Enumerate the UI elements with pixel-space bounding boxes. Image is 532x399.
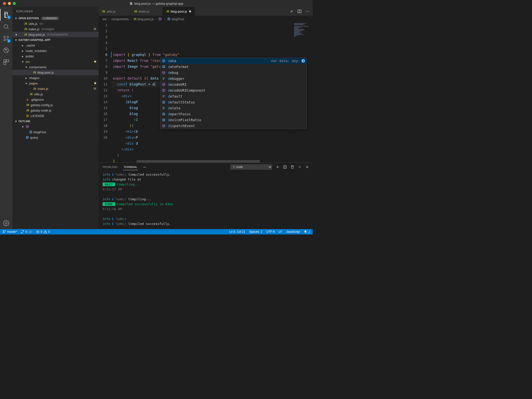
svg-rect-9 — [30, 132, 32, 133]
open-editor-item[interactable]: JS utils.js src — [12, 21, 99, 26]
folder-item[interactable]: ▾components — [12, 64, 99, 70]
file-item[interactable]: JSblog-post.js — [12, 70, 99, 75]
svg-point-0 — [4, 24, 8, 28]
chevron-right-icon: ▸ — [21, 49, 25, 53]
panel-tab-more[interactable]: ••• — [143, 163, 147, 171]
outline-item[interactable]: blogPost — [12, 129, 99, 135]
activity-settings[interactable] — [0, 217, 12, 229]
notifications[interactable]: 1 — [304, 230, 310, 233]
breadcrumb-item[interactable]: JSblog-post.js — [133, 17, 154, 21]
compare-changes-icon[interactable] — [289, 9, 294, 14]
terminal-select[interactable]: 1: node — [230, 164, 272, 170]
open-editor-item[interactable]: ● JS blog-post.js src/components — [12, 32, 99, 37]
problems-status[interactable]: 0 0 — [36, 230, 50, 233]
editor-tab[interactable]: JS blog-post.js — [163, 7, 195, 16]
cube-icon — [162, 89, 166, 92]
activity-extensions[interactable] — [0, 56, 12, 68]
panel-tab-problems[interactable]: PROBLEMS — [102, 163, 118, 171]
suggest-item[interactable]: debugger — [160, 76, 306, 82]
editor-tab-actions — [286, 7, 313, 16]
titlebar: blog-post.js — gatsby-graphql-app — [0, 0, 313, 7]
cursor-position[interactable]: Ln 6, Col 21 — [229, 230, 245, 233]
open-editors-header[interactable]: ▾ OPEN EDITORS 1 UNSAVED — [12, 16, 99, 21]
code-editor[interactable]: 1234567891011121314151617181920 data var… — [99, 22, 313, 163]
gear-icon — [3, 220, 9, 226]
folder-item[interactable]: ▸node_modules — [12, 48, 99, 53]
suggest-item[interactable]: delete — [160, 105, 306, 111]
breadcrumb-item[interactable]: blogPost — [167, 17, 184, 21]
breadcrumb-item[interactable]: components — [111, 17, 129, 21]
split-terminal-icon[interactable] — [283, 165, 287, 169]
activity-explorer[interactable]: 1 — [0, 9, 12, 21]
new-terminal-icon[interactable] — [276, 165, 280, 169]
line-gutter: 1234567891011121314151617181920 — [99, 22, 112, 163]
cube-icon — [162, 71, 166, 74]
var-icon — [29, 130, 33, 134]
suggest-item[interactable]: debug — [160, 70, 306, 76]
suggest-item[interactable]: devicePixelRatio — [160, 117, 306, 123]
code-content[interactable]: data var data: any i dateFormat debug de… — [112, 22, 293, 163]
terminal-output[interactable]: info ℹ ｢wdm｣: Compiled successfully. inf… — [99, 171, 313, 229]
suggest-item[interactable]: decodeURIComponent — [160, 87, 306, 93]
var-icon — [162, 118, 166, 122]
open-editor-item[interactable]: JS index.js src/pages M — [12, 26, 99, 32]
breadcrumb-item[interactable] — [158, 17, 163, 21]
suggest-item[interactable]: defaultStatus — [160, 99, 306, 105]
folder-item[interactable]: ▸images — [12, 75, 99, 81]
breadcrumbs[interactable]: src›components›JSblog-post.js››blogPost — [99, 16, 313, 22]
svg-point-14 — [308, 11, 309, 12]
outline-item[interactable]: ▾ — [12, 124, 99, 129]
horizontal-scrollbar[interactable] — [137, 160, 293, 163]
key-icon — [162, 106, 166, 110]
split-editor-icon[interactable] — [297, 9, 302, 14]
git-sync[interactable]: 0↓ 1↑ — [21, 230, 33, 233]
suggest-item[interactable]: decodeURI — [160, 82, 306, 87]
suggest-item[interactable]: default — [160, 93, 306, 99]
more-icon[interactable] — [305, 9, 310, 14]
dirty-icon[interactable]: ● — [14, 33, 18, 36]
git-file-icon: ◆ — [26, 98, 30, 101]
suggest-item[interactable]: dispatchEvent — [160, 123, 306, 129]
activity-scm[interactable]: 1 — [0, 33, 12, 44]
suggest-item[interactable]: data var data: any i — [160, 58, 306, 64]
outline-item[interactable]: query — [12, 135, 99, 140]
folder-item[interactable]: ▾pages — [12, 81, 99, 86]
js-file-icon: JS — [26, 104, 30, 106]
kill-terminal-icon[interactable] — [290, 165, 294, 169]
folder-item[interactable]: ▸.cache — [12, 43, 99, 48]
file-item[interactable]: JSgatsby-node.js — [12, 108, 99, 113]
folder-item[interactable]: ▸public — [12, 53, 99, 59]
file-item[interactable]: ⚿LICENSE — [12, 113, 99, 118]
indentation[interactable]: Spaces: 2 — [249, 230, 262, 233]
js-file-icon: JS — [29, 93, 33, 96]
project-header[interactable]: ▾ GATSBY-GRAPHQL-APP — [12, 37, 99, 43]
chevron-right-icon: ▸ — [21, 54, 25, 58]
outline-header[interactable]: ▾ OUTLINE — [12, 118, 99, 124]
cube-icon — [26, 125, 29, 128]
suggest-item[interactable]: departFocus — [160, 111, 306, 117]
svg-point-12 — [306, 11, 306, 12]
git-branch[interactable]: master* — [2, 230, 17, 233]
activity-debug[interactable] — [0, 44, 12, 56]
suggest-item[interactable]: dateFormat — [160, 64, 306, 70]
file-item[interactable]: JSindex.jsM — [12, 86, 99, 91]
chevron-right-icon: ▸ — [24, 76, 28, 80]
file-item[interactable]: JSgatsby-config.js — [12, 102, 99, 108]
sync-icon — [21, 230, 24, 233]
activity-search[interactable] — [0, 21, 12, 33]
eol[interactable]: LF — [279, 230, 282, 233]
info-icon[interactable]: i — [301, 59, 305, 63]
language-mode[interactable]: JavaScript — [286, 230, 300, 233]
file-item[interactable]: JSutils.js — [12, 91, 99, 97]
tab-label: index.js — [139, 10, 149, 13]
encoding[interactable]: UTF-8 — [266, 230, 275, 233]
panel-tab-terminal[interactable]: TERMINAL — [123, 163, 138, 171]
folder-item[interactable]: ▾src — [12, 59, 99, 64]
file-item[interactable]: ◆.gitignore — [12, 97, 99, 102]
editor-tab[interactable]: JS utils.js — [99, 7, 131, 16]
editor-tab[interactable]: JS index.js — [131, 7, 163, 16]
suggest-widget[interactable]: data var data: any i dateFormat debug de… — [160, 58, 307, 129]
close-panel-icon[interactable] — [305, 165, 309, 169]
breadcrumb-item[interactable]: src — [103, 17, 107, 21]
maximize-panel-icon[interactable] — [298, 165, 302, 169]
